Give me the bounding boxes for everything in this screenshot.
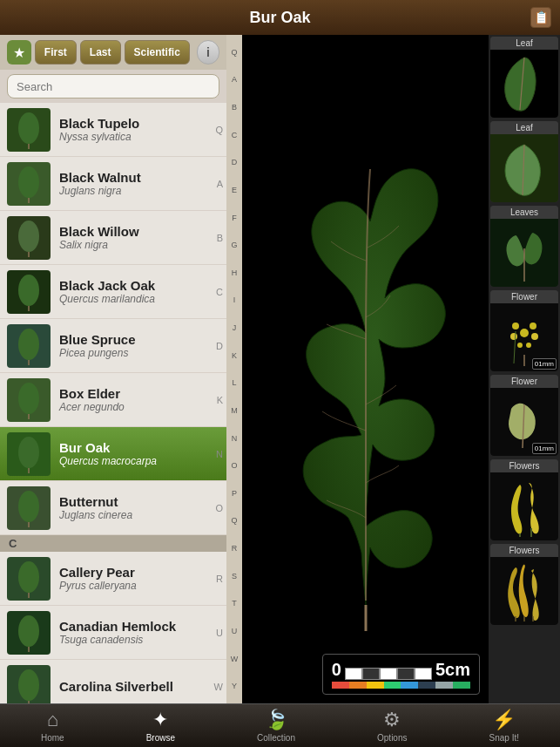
item-sci-black-tupelo: Nyssa sylvatica	[59, 131, 219, 143]
tree-item-blue-spruce[interactable]: Blue Spruce Picea pungens D	[0, 319, 226, 373]
index-letter-blue-spruce: D	[216, 341, 223, 351]
nav-item-options[interactable]: ⚙ Options	[370, 705, 414, 746]
alpha-letter-B[interactable]: B	[232, 103, 237, 112]
sort-first-button[interactable]: First	[35, 40, 77, 65]
alpha-letter-A[interactable]: A	[232, 75, 237, 84]
alpha-letter-S[interactable]: S	[232, 572, 237, 581]
nav-label-snap: Snap It!	[489, 733, 519, 743]
item-sci-box-elder: Acer negundo	[59, 401, 219, 413]
alpha-letter-O[interactable]: O	[231, 461, 237, 470]
leaf-view[interactable]: 0 5cm	[242, 35, 489, 703]
item-name-carolina-silverbell: Carolina Silverbell	[59, 679, 219, 694]
ruler-bar: 0 5cm	[332, 660, 470, 680]
nav-label-home: Home	[41, 733, 64, 743]
alpha-letter-D[interactable]: D	[232, 158, 238, 166]
item-name-black-walnut: Black Walnut	[59, 170, 219, 185]
alpha-letter-U[interactable]: U	[232, 627, 238, 635]
left-panel: ★ First Last Scientific i Black Tupelo N…	[0, 35, 226, 703]
alphabet-sidebar[interactable]: QABCDEFGHIJKLMNOPQRSTUWY	[226, 35, 242, 703]
thumb-img-leaf1	[490, 50, 558, 118]
tree-item-blackjack-oak[interactable]: Black Jack Oak Quercus marilandica C	[0, 265, 226, 319]
svg-point-26	[530, 323, 536, 329]
index-letter-callery-pear: R	[216, 574, 223, 584]
item-name-box-elder: Box Elder	[59, 386, 219, 401]
item-name-black-willow: Black Willow	[59, 224, 219, 239]
index-letter-carolina-silverbell: W	[214, 682, 223, 692]
search-input[interactable]	[7, 74, 219, 98]
alpha-letter-M[interactable]: M	[231, 406, 238, 415]
tree-item-black-tupelo[interactable]: Black Tupelo Nyssa sylvatica Q	[0, 103, 226, 157]
thumb-label-leaf2: Leaf	[490, 121, 558, 134]
tree-thumb-blue-spruce	[7, 324, 51, 368]
svg-point-14	[18, 491, 39, 522]
svg-point-12	[18, 437, 39, 468]
thumbnail-flower2[interactable]: Flower 01mm	[490, 375, 558, 456]
index-letter-box-elder: K	[217, 395, 223, 405]
bottom-navigation: ⌂ Home ✦ Browse 🍃 Collection ⚙ Options ⚡…	[0, 703, 560, 747]
ruler-zero-label: 0	[332, 660, 341, 680]
info-button[interactable]: i	[197, 40, 219, 65]
thumbnail-leaves[interactable]: Leaves	[490, 206, 558, 287]
tree-item-black-willow[interactable]: Black Willow Salix nigra B	[0, 211, 226, 265]
alpha-letter-Y[interactable]: Y	[232, 682, 237, 690]
svg-point-25	[512, 323, 519, 329]
alpha-letter-I[interactable]: I	[233, 295, 236, 304]
alpha-letter-J[interactable]: J	[233, 323, 237, 332]
thumb-img-flower2: 01mm	[490, 388, 558, 456]
item-name-blue-spruce: Blue Spruce	[59, 332, 219, 347]
alpha-letter-G[interactable]: G	[231, 241, 237, 249]
alpha-letter-F[interactable]: F	[232, 214, 237, 222]
alpha-letter-N[interactable]: N	[232, 434, 238, 443]
alpha-letter-E[interactable]: E	[232, 186, 237, 194]
tree-item-bur-oak[interactable]: Bur Oak Quercus macrocarpa N	[0, 427, 226, 481]
tree-item-canadian-hemlock[interactable]: Canadian Hemlock Tsuga canadensis U	[0, 606, 226, 660]
thumbnail-flower1[interactable]: Flower 01mm	[490, 290, 558, 371]
thumbnail-flowers1[interactable]: Flowers	[490, 459, 558, 540]
alpha-letter-P[interactable]: P	[232, 489, 237, 498]
alpha-letter-T[interactable]: T	[232, 599, 237, 608]
tree-item-callery-pear[interactable]: Callery Pear Pyrus calleryana R	[0, 552, 226, 606]
tree-item-black-walnut[interactable]: Black Walnut Juglans nigra A	[0, 157, 226, 211]
clipboard-icon[interactable]: 📋	[530, 7, 551, 28]
svg-point-0	[18, 112, 39, 144]
sort-last-button[interactable]: Last	[80, 40, 121, 65]
thumbnail-leaf1[interactable]: Leaf	[490, 37, 558, 118]
thumbnail-leaf2[interactable]: Leaf	[490, 121, 558, 202]
nav-item-home[interactable]: ⌂ Home	[34, 705, 71, 746]
tree-thumb-black-tupelo	[7, 108, 51, 152]
sort-scientific-button[interactable]: Scientific	[125, 40, 190, 65]
nav-item-collection[interactable]: 🍃 Collection	[250, 705, 302, 746]
svg-point-2	[18, 166, 39, 198]
svg-point-4	[18, 221, 39, 252]
thumb-img-leaves	[490, 219, 558, 287]
alpha-letter-Q[interactable]: Q	[231, 516, 237, 525]
tree-item-box-elder[interactable]: Box Elder Acer negundo K	[0, 373, 226, 427]
nav-item-browse[interactable]: ✦ Browse	[139, 705, 182, 746]
alpha-letter-K[interactable]: K	[232, 351, 237, 360]
index-letter-black-tupelo: Q	[215, 125, 223, 135]
alpha-letter-Q[interactable]: Q	[231, 48, 237, 57]
nav-icon-snap: ⚡	[492, 709, 516, 731]
alpha-letter-W[interactable]: W	[231, 655, 239, 663]
alpha-letter-H[interactable]: H	[232, 268, 238, 277]
index-letter-bur-oak: N	[216, 449, 223, 459]
sort-bar: ★ First Last Scientific i	[0, 35, 226, 70]
index-letter-blackjack-oak: C	[216, 287, 223, 297]
item-sci-black-willow: Salix nigra	[59, 239, 219, 251]
thumb-img-leaf2	[490, 134, 558, 202]
item-sci-blackjack-oak: Quercus marilandica	[59, 293, 219, 305]
tree-thumb-black-walnut	[7, 162, 51, 206]
leaf-image-container	[242, 35, 489, 703]
tree-item-butternut[interactable]: Butternut Juglans cinerea O	[0, 481, 226, 535]
right-thumbnail-panel: Leaf Leaf Leaves Flower	[489, 35, 560, 703]
thumb-label-flower2: Flower	[490, 375, 558, 388]
svg-point-10	[18, 383, 39, 414]
alpha-letter-R[interactable]: R	[232, 544, 238, 553]
svg-point-28	[531, 333, 538, 340]
nav-item-snap[interactable]: ⚡ Snap It!	[482, 705, 526, 746]
thumbnail-flowers2[interactable]: Flowers	[490, 544, 558, 625]
tree-item-carolina-silverbell[interactable]: Carolina Silverbell W	[0, 660, 226, 703]
favorites-button[interactable]: ★	[7, 40, 31, 65]
alpha-letter-C[interactable]: C	[232, 131, 238, 139]
alpha-letter-L[interactable]: L	[232, 378, 236, 387]
